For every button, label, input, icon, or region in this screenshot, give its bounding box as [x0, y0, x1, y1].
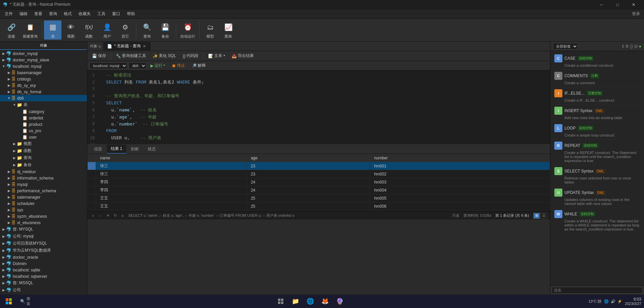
toolbar-function[interactable]: f(x) 函数: [80, 20, 98, 40]
sidebar-item-performance-schema[interactable]: ▶ 🗄 performance_schema: [0, 188, 87, 194]
col-name[interactable]: name: [96, 154, 247, 162]
menu-query[interactable]: 查询: [46, 10, 60, 18]
nav-options-button[interactable]: ≡: [120, 213, 126, 219]
sidebar-item-docker-oracle[interactable]: ▶ 🐬 docker_oracle: [0, 254, 87, 260]
taskbar-search[interactable]: 🔍 搜索: [20, 295, 32, 307]
grid-view-button[interactable]: ⊞: [533, 213, 540, 219]
sidebar-item-dotmim[interactable]: ▶ 🐬 Dotmim: [0, 260, 87, 267]
tab-result1[interactable]: 结果 1: [107, 145, 126, 154]
maximize-button[interactable]: □: [610, 0, 625, 9]
sidebar-item-docker-mysql-slave[interactable]: ▶ 🐬 docker_mysql_slave: [0, 57, 87, 63]
sidebar-item-product[interactable]: ▶ 📋 product: [0, 121, 87, 127]
menu-view[interactable]: 查看: [31, 10, 46, 18]
taskbar-app-windows[interactable]: [275, 295, 287, 307]
sidebar-item-functions-folder[interactable]: ▶ 📁 函数: [0, 147, 87, 154]
tab-analyze[interactable]: 剖析: [127, 145, 143, 153]
sidebar-tab-objects[interactable]: 对象: [0, 42, 87, 50]
settings-icon[interactable]: ⚙: [625, 44, 629, 49]
sidebar-item-queries-folder[interactable]: ▶ 📁 查询: [0, 154, 87, 161]
add-green-icon[interactable]: ●: [639, 44, 641, 49]
explain-button[interactable]: 🔎 解释: [189, 62, 209, 69]
menu-favorites[interactable]: 收藏夹: [75, 10, 94, 18]
tab-status[interactable]: 状态: [144, 145, 160, 153]
sidebar-item-db6[interactable]: ▼ 🗄 db6: [0, 95, 87, 101]
table-row[interactable]: 张三 23 hm002: [88, 170, 550, 178]
sidebar-item-category[interactable]: ▶ 📋 category: [0, 108, 87, 115]
start-button[interactable]: [3, 295, 15, 307]
sidebar-item-localhost-sqlite[interactable]: ▶ 🐬 localhost: sqlite: [0, 267, 87, 273]
snippet-insert[interactable]: I INSERT Syntax DML Add new rows into an…: [552, 105, 643, 122]
tab-untitled-query[interactable]: 📄 * 无标题 - 查询 ✕: [103, 42, 150, 50]
menu-format[interactable]: 格式: [60, 10, 75, 18]
run-button[interactable]: ▶ 运行 •: [148, 62, 168, 69]
toolbar-new-query[interactable]: 📋 新建查询: [21, 20, 40, 40]
form-view-button[interactable]: ☰: [541, 213, 547, 219]
text-button[interactable]: 📝 文本 •: [205, 52, 228, 59]
sidebar-item-backup-folder[interactable]: ▶ 📁 备份: [0, 161, 87, 168]
code-editor[interactable]: 1 2 3 4 5 6 7 8 9 10 11 12 13 -- 标准语法: [87, 70, 550, 144]
sidebar-item-localhost-mysql[interactable]: ▼ 🐬 localhost: mysql: [0, 63, 87, 69]
snippet-while[interactable]: W WHILE 流程控制 Create a WHILE construct. T…: [552, 208, 643, 234]
sidebar-item-salemanager[interactable]: ▶ 🗄 salemanager: [0, 194, 87, 200]
taskbar-app-browser2[interactable]: 🦊: [319, 295, 331, 307]
sidebar-item-huawei[interactable]: ▶ 🐬 华为云MYSQL数据库: [0, 247, 87, 254]
sidebar-item-db-sy-erp[interactable]: ▶ 🗄 db_sy_erp: [0, 82, 87, 89]
snippet-repeat[interactable]: R REPEAT 流程控制 Create a REPEAT construct.…: [552, 140, 643, 165]
col-number[interactable]: number: [370, 154, 550, 162]
snippet-select[interactable]: S SELECT Syntax DML Retrieve rows select…: [552, 165, 643, 187]
sidebar-item-sys[interactable]: ▶ 🗄 sys: [0, 207, 87, 213]
snippet-case[interactable]: C CASE 流程控制 Create a conditional constru…: [552, 52, 643, 70]
toolbar-other[interactable]: ⚙ 其它: [117, 20, 134, 40]
sidebar-item-scheduler[interactable]: ▶ 🗄 scheduler: [0, 200, 87, 207]
network-icon[interactable]: 🌐: [604, 299, 609, 304]
menu-file[interactable]: 文件: [1, 10, 16, 18]
sidebar-item-syzm[interactable]: ▶ 🗄 syzm_ebusiness: [0, 213, 87, 219]
minimize-button[interactable]: ─: [594, 0, 609, 9]
nav-refresh-button[interactable]: ↻: [112, 213, 118, 219]
toolbar-connect[interactable]: 🔗 连接: [3, 20, 20, 40]
battery-icon[interactable]: ⚡: [617, 299, 622, 304]
nav-remove-button[interactable]: −: [97, 213, 103, 219]
sidebar-item-user[interactable]: ▶ 📋 user: [0, 134, 87, 140]
save-button[interactable]: 💾 保存: [89, 52, 109, 59]
sidebar-item-docker-mysql[interactable]: ▶ 🐬 docker_mysql: [0, 50, 87, 57]
close-button[interactable]: ✕: [626, 0, 641, 9]
col-age[interactable]: age: [246, 154, 370, 162]
snippet-comments[interactable]: C COMMENTS 注释 Create a comment: [552, 70, 643, 87]
sidebar-item-information-schema[interactable]: ▶ 🗄 information_schema: [0, 175, 87, 181]
sidebar-item-cnblogs[interactable]: ▶ 🗄 cnblogs: [0, 76, 87, 82]
toolbar-view[interactable]: 👁 视图: [62, 20, 80, 40]
sidebar-item-localhost-sqlserver[interactable]: ▶ 🐬 localhost: sqlserver: [0, 273, 87, 279]
nav-delete-button[interactable]: ✕: [105, 213, 111, 219]
table-row[interactable]: 张三 23 hm001: [88, 162, 550, 170]
sidebar-item-gongsi-mysql[interactable]: ▶ 🐬 公司: mysql: [0, 233, 87, 240]
sidebar-item-mysql[interactable]: ▶ 🗄 mysql: [0, 181, 87, 188]
query-builder-button[interactable]: 🔧 查询创建工具: [113, 52, 149, 59]
menu-window[interactable]: 窗口: [109, 10, 124, 18]
stop-button[interactable]: ⏹ 停止: [169, 62, 188, 69]
sidebar-item-gongsi[interactable]: ▶ 🐬 公司: [0, 287, 87, 294]
sidebar-item-gongsi-old[interactable]: ▶ 🐬 公司旧系统MYSQL: [0, 240, 87, 247]
right-search-input[interactable]: [552, 287, 643, 294]
sidebar-item-xt-ebusiness[interactable]: ▶ 🗄 xt_ebusiness: [0, 219, 87, 226]
toolbar-query[interactable]: 🔍 查询: [138, 20, 156, 40]
taskbar-app-other[interactable]: 🔮: [334, 295, 346, 307]
layout-icon[interactable]: ⊟: [634, 44, 638, 49]
toolbar-chart[interactable]: 📈 图表: [220, 20, 237, 40]
nav-add-button[interactable]: +: [90, 213, 96, 219]
beautify-button[interactable]: ✨ 美化 SQL: [150, 52, 179, 59]
menu-help[interactable]: 帮助: [124, 10, 138, 18]
toolbar-table[interactable]: ▦ 表: [44, 20, 61, 40]
sidebar-item-tables-folder[interactable]: ▼ 📁 表: [0, 101, 87, 108]
connection-select[interactable]: localhost: mysql: [89, 62, 127, 69]
export-button[interactable]: 📤 导出结果: [229, 52, 257, 59]
snippet-if-else[interactable]: I IF...ELSE... 完整控制 Create a IF...ELSE..…: [552, 87, 643, 105]
info-icon[interactable]: ℹ: [622, 44, 624, 49]
toolbar-user[interactable]: 👤 用户: [98, 20, 116, 40]
code-segment-button[interactable]: {} 代码段: [180, 52, 201, 59]
menu-tools[interactable]: 工具: [94, 10, 109, 18]
sidebar-item-dj-meiduo[interactable]: ▶ 🗄 dj_meiduo: [0, 168, 87, 175]
table-row[interactable]: 王五 25 hm005: [88, 194, 550, 202]
volume-icon[interactable]: 🔊: [611, 299, 615, 304]
menu-edit[interactable]: 编辑: [16, 10, 31, 18]
